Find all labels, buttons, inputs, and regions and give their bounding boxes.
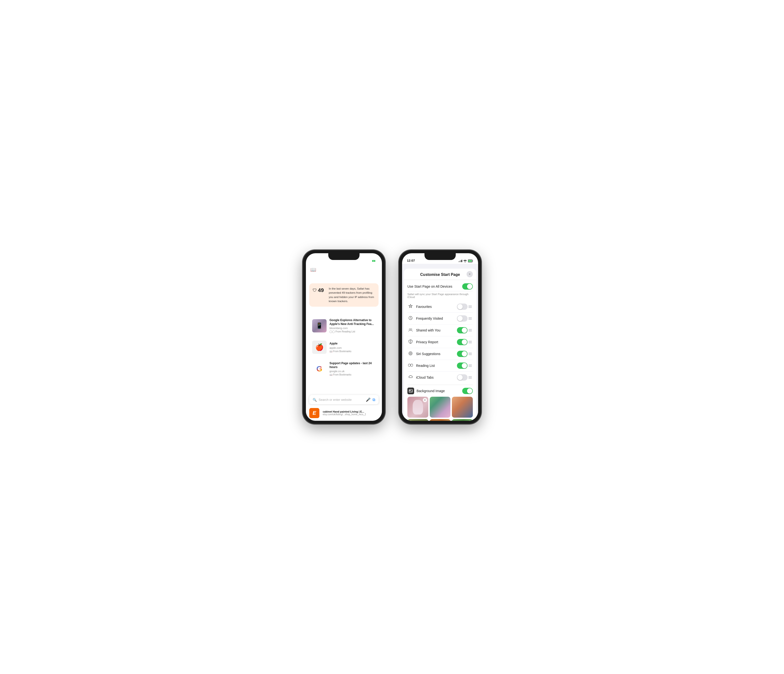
apple-domain: apple.com [330,346,376,349]
right-screen-content: Customise Start Page × Use Start Page on… [402,264,478,421]
bg-thumb-3[interactable] [452,397,473,418]
etsy-icon: E [309,408,319,418]
main-toggle-row: Use Start Page on All Devices [408,280,473,291]
privacy-report-icon [408,339,414,345]
frequently-visited-drag-handle[interactable] [468,316,473,321]
settings-row-shared-with-you: Shared with You [408,325,473,336]
toggle-knob [467,284,472,289]
right-battery-icon [468,259,473,262]
background-image-grid [408,397,473,421]
bottom-card-domain: etsy.com/uk/listing/...shop_home_recs_2 [323,413,378,416]
suggestion-card-google[interactable]: G Support Page updates - last 24 hours g… [309,359,378,379]
left-phone-screen: 11:24 [306,253,382,421]
reading-list-toggle[interactable] [457,362,468,369]
apple-title: Apple [330,342,376,346]
siri-header: Siri Suggestions Show All › [309,307,378,313]
privacy-report-toggle[interactable] [457,339,468,345]
apple-thumbnail: 🍎 [312,341,327,354]
bottom-card-etsy[interactable]: E cabinet Hand painted Living | E... ets… [306,405,382,421]
google-domain: google.co.uk [330,370,376,373]
suggestion-card-apple[interactable]: 🍎 Apple apple.com 📖 From Bookmarks [309,338,378,357]
favourites-icon [408,304,414,309]
google-title: Support Page updates - last 24 hours [330,362,376,369]
privacy-badge: 🛡 49 [313,287,326,293]
shared-with-you-label: Shared with You [416,328,457,332]
bottom-card-title: cabinet Hand painted Living | E... [323,410,378,413]
search-input[interactable]: Search or enter website [319,398,364,401]
signal-icon [362,260,366,262]
frequently-visited-icon [408,316,414,321]
svg-point-8 [411,329,412,330]
svg-point-11 [408,364,411,367]
siri-suggestions-label: Siri Suggestions [416,352,457,356]
reading-list-icon [408,364,414,368]
toggle-section: Use Start Page on All Devices Safari wil… [404,280,476,301]
background-image-label: Background Image [417,389,462,393]
apple-source: 📖 From Bookmarks [330,350,376,353]
icloud-tabs-toggle[interactable] [457,374,468,381]
background-image-toggle[interactable] [462,388,473,394]
privacy-card[interactable]: 🛡 49 In the last seven days, Safari has … [309,283,378,307]
svg-rect-5 [473,261,473,261]
siri-suggestions-toggle[interactable] [457,351,468,357]
settings-row-privacy-report: Privacy Report [408,336,473,348]
svg-point-10 [410,353,411,354]
bg-thumb-5[interactable] [430,419,451,421]
settings-row-favourites: Favourites [408,301,473,313]
notch [328,253,359,260]
left-phone: 11:24 [303,250,385,424]
shield-icon: 🛡 [313,288,317,293]
right-phone: 12:07 [399,250,481,424]
bottom-card-info: cabinet Hand painted Living | E... etsy.… [323,410,378,416]
google-source: 📖 From Bookmarks [330,373,376,376]
shared-with-you-toggle[interactable] [457,327,468,333]
tracker-count: 49 [318,287,324,293]
show-all-button[interactable]: Show All › [365,309,378,312]
siri-suggestions-drag-handle[interactable] [468,352,473,356]
privacy-title: Privacy Report [309,275,378,281]
microphone-icon[interactable]: 🎤 [366,398,370,402]
sync-note: Safari will sync your Start Page appeara… [408,291,473,301]
bg-thumb-2[interactable] [430,397,451,418]
settings-row-reading-list: Reading List [408,360,473,372]
svg-point-9 [409,352,412,355]
modal-close-button[interactable]: × [467,271,473,277]
right-phone-screen: 12:07 [402,253,478,421]
modal-header: Customise Start Page × [404,268,476,280]
icloud-tabs-label: iCloud Tabs [416,376,457,379]
favourites-label: Favourites [416,305,457,309]
privacy-report-label: Privacy Report [416,340,457,344]
icloud-tabs-drag-handle[interactable] [468,375,473,380]
tabs-icon[interactable]: ⧉ [373,398,375,402]
favourites-toggle[interactable] [457,304,468,310]
time-display: 11:24 [311,259,319,262]
frequently-visited-label: Frequently Visited [416,317,457,320]
search-icon: 🔍 [313,398,317,402]
icloud-tabs-icon [408,375,414,380]
bloomberg-domain: bloomberg.com [330,327,376,329]
right-signal-icon [458,260,462,262]
favourites-drag-handle[interactable] [468,304,473,309]
frequently-visited-toggle[interactable] [457,315,468,321]
settings-row-icloud-tabs: iCloud Tabs [408,372,473,383]
bookmarks-icon: 📖 [310,267,316,273]
google-info: Support Page updates - last 24 hours goo… [330,362,376,376]
bloomberg-source: ◯◯ From Reading List [330,330,376,333]
search-bar[interactable]: 🔍 Search or enter website 🎤 ⧉ [309,395,378,404]
google-thumbnail: G [312,362,327,376]
settings-list: Favourites [404,301,476,383]
reading-list-drag-handle[interactable] [468,364,473,368]
main-toggle-label: Use Start Page on All Devices [408,284,453,289]
bloomberg-title: Google Explores Alternative to Apple's N… [330,318,376,326]
shared-with-you-drag-handle[interactable] [468,328,473,332]
background-image-header: Background Image [408,385,473,397]
right-wifi-icon [463,259,467,262]
bg-thumb-4[interactable] [408,419,428,421]
bloomberg-thumbnail: 📱 [312,319,327,332]
main-toggle-switch[interactable] [462,283,473,290]
siri-title: Siri Suggestions [309,307,347,313]
bg-thumb-1[interactable] [408,397,428,418]
suggestion-card-bloomberg[interactable]: 📱 Google Explores Alternative to Apple's… [309,315,378,336]
privacy-report-drag-handle[interactable] [468,340,473,344]
bg-thumb-6[interactable] [452,419,473,421]
